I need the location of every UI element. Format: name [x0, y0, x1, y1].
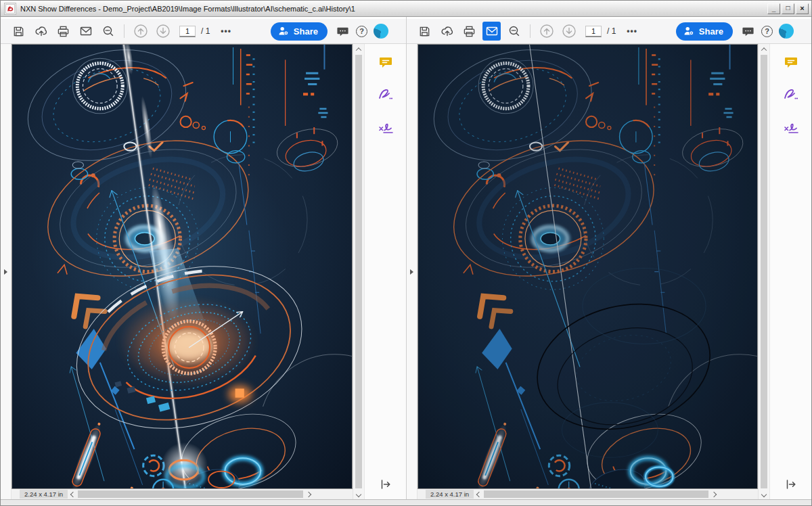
print-button[interactable]	[460, 22, 478, 41]
share-label: Share	[699, 26, 723, 37]
share-label: Share	[294, 26, 318, 37]
horizontal-scrollbar[interactable]	[78, 489, 303, 499]
app-logo-icon	[5, 4, 15, 14]
vertical-scrollbar-right[interactable]	[758, 44, 769, 499]
comment-tool-button[interactable]	[782, 53, 800, 73]
horizontal-scrollbar[interactable]	[484, 489, 708, 499]
print-button[interactable]	[54, 22, 72, 41]
comment-bubble-icon	[336, 25, 349, 38]
user-avatar[interactable]	[779, 24, 794, 39]
horizontal-scroll-thumb[interactable]	[484, 490, 708, 498]
upload-cloud-button[interactable]	[32, 22, 50, 41]
save-button[interactable]	[9, 22, 28, 41]
page-dimensions-label: 2.24 x 4.17 in	[426, 490, 474, 499]
fill-sign-pen-icon	[378, 87, 394, 102]
maximize-button[interactable]: □	[782, 3, 794, 14]
fill-sign-tool-button[interactable]	[376, 86, 395, 106]
horizontal-scroll-thumb[interactable]	[78, 490, 303, 498]
left-center-column: 2.24 x 4.17 in	[12, 44, 353, 499]
comment-tool-icon	[784, 55, 798, 70]
share-person-icon	[278, 26, 289, 37]
email-icon	[485, 24, 499, 38]
vertical-scrollbar-left[interactable]	[353, 44, 364, 499]
document-canvas-left[interactable]	[12, 44, 353, 489]
vertical-scroll-thumb[interactable]	[355, 55, 362, 488]
next-page-button[interactable]	[154, 22, 172, 41]
search-options-button[interactable]	[505, 22, 523, 41]
left-panel-expander[interactable]	[1, 44, 12, 499]
right-panel-expander[interactable]	[407, 44, 418, 499]
right-tools-panel	[769, 44, 811, 499]
open-pane-arrow-icon	[380, 478, 392, 490]
fill-sign-tool-button[interactable]	[782, 86, 800, 106]
share-button[interactable]: Share	[271, 22, 328, 41]
schematic-artwork-left	[12, 45, 352, 488]
page-number-input[interactable]	[585, 26, 602, 37]
right-toolbar: / 1 ••• Share ?	[407, 19, 811, 44]
email-icon	[79, 24, 93, 38]
save-icon	[12, 25, 25, 38]
comments-button[interactable]	[739, 22, 757, 41]
comment-bubble-icon	[742, 25, 754, 38]
signature-tool-button[interactable]	[782, 118, 800, 138]
close-button[interactable]: ×	[796, 3, 809, 14]
scroll-right-button[interactable]	[303, 489, 313, 499]
chevron-up-icon	[356, 47, 361, 53]
chevron-down-icon	[356, 491, 361, 497]
scrollbar-tail	[719, 489, 758, 499]
save-button[interactable]	[415, 22, 434, 41]
signature-icon	[783, 120, 799, 135]
print-icon	[463, 25, 476, 38]
save-icon	[418, 25, 431, 38]
page-number-input[interactable]	[179, 26, 196, 37]
scroll-down-button[interactable]	[353, 489, 364, 499]
left-toolbar: / 1 ••• Share ?	[1, 19, 406, 44]
open-tools-pane-button[interactable]	[784, 477, 798, 494]
page-count-label: / 1	[201, 26, 210, 36]
vertical-scroll-thumb[interactable]	[761, 55, 767, 488]
right-pane-content: 2.24 x 4.17 in	[407, 44, 811, 499]
cloud-upload-icon	[35, 24, 48, 38]
email-button[interactable]	[76, 22, 95, 41]
chevron-up-icon	[761, 47, 767, 53]
scroll-down-button[interactable]	[759, 489, 769, 499]
expand-right-icon	[4, 269, 7, 275]
open-tools-pane-button[interactable]	[378, 477, 393, 494]
right-bottom-bar: 2.24 x 4.17 in	[418, 489, 758, 499]
more-options-button[interactable]: •••	[623, 26, 641, 37]
help-button[interactable]: ?	[761, 26, 773, 37]
user-avatar[interactable]	[374, 24, 388, 39]
more-options-button[interactable]: •••	[217, 26, 235, 37]
scroll-up-button[interactable]	[759, 44, 769, 54]
scroll-left-button[interactable]	[68, 489, 78, 499]
comment-tool-button[interactable]	[377, 53, 394, 73]
page-down-icon	[562, 24, 577, 39]
open-pane-arrow-icon	[785, 478, 797, 490]
comments-button[interactable]	[334, 22, 352, 41]
minimize-button[interactable]: _	[767, 3, 780, 14]
previous-page-button[interactable]	[131, 22, 150, 41]
scroll-up-button[interactable]	[353, 44, 364, 54]
right-center-column: 2.24 x 4.17 in	[418, 44, 758, 499]
scrollbar-tail	[313, 489, 353, 499]
document-canvas-right[interactable]	[418, 44, 758, 489]
toolbar-divider	[124, 24, 125, 38]
scroll-left-button[interactable]	[474, 489, 484, 499]
right-document-pane: / 1 ••• Share ?	[406, 17, 811, 499]
email-button-active[interactable]	[482, 22, 501, 41]
schematic-artwork-right	[418, 45, 757, 488]
previous-page-button[interactable]	[537, 22, 556, 41]
window-title: NXN Show Differences - Demo_Project\AB20…	[20, 5, 763, 13]
upload-cloud-button[interactable]	[438, 22, 456, 41]
cloud-upload-icon	[441, 24, 454, 38]
next-page-button[interactable]	[560, 22, 578, 41]
scroll-right-button[interactable]	[708, 489, 719, 499]
page-dimensions-label: 2.24 x 4.17 in	[20, 490, 68, 499]
search-options-button[interactable]	[99, 22, 117, 41]
toolbar-divider	[530, 24, 531, 38]
chevron-left-icon	[70, 491, 75, 497]
app-icon	[4, 3, 16, 15]
signature-tool-button[interactable]	[376, 118, 395, 138]
help-button[interactable]: ?	[356, 26, 367, 37]
share-button[interactable]: Share	[676, 22, 733, 41]
